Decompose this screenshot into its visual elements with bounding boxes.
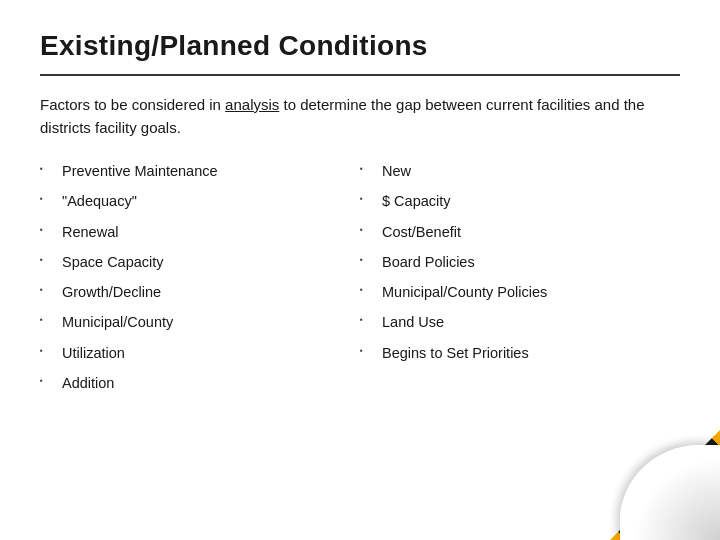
list-item-label: Growth/Decline <box>62 282 161 302</box>
bullet-icon: ▪ <box>360 224 374 235</box>
right-column: ▪ New ▪ $ Capacity ▪ Cost/Benefit ▪ Boar… <box>360 161 680 403</box>
bullet-icon: ▪ <box>40 375 54 386</box>
list-item: ▪ Board Policies <box>360 252 660 272</box>
list-item: ▪ "Adequacy" <box>40 191 340 211</box>
list-item-label: $ Capacity <box>382 191 451 211</box>
bullet-icon: ▪ <box>360 314 374 325</box>
list-item-label: Municipal/County Policies <box>382 282 547 302</box>
slide: Existing/Planned Conditions Factors to b… <box>0 0 720 540</box>
list-item: ▪ $ Capacity <box>360 191 660 211</box>
right-bullet-list: ▪ New ▪ $ Capacity ▪ Cost/Benefit ▪ Boar… <box>360 161 660 363</box>
list-item-label: Renewal <box>62 222 118 242</box>
list-item-label: Board Policies <box>382 252 475 272</box>
list-item: ▪ Space Capacity <box>40 252 340 272</box>
bullet-icon: ▪ <box>360 254 374 265</box>
list-item-label: Addition <box>62 373 114 393</box>
title-divider <box>40 74 680 76</box>
bullet-icon: ▪ <box>40 345 54 356</box>
left-bullet-list: ▪ Preventive Maintenance ▪ "Adequacy" ▪ … <box>40 161 340 393</box>
list-item: ▪ Cost/Benefit <box>360 222 660 242</box>
list-item-label: Preventive Maintenance <box>62 161 218 181</box>
list-item-label: Begins to Set Priorities <box>382 343 529 363</box>
left-column: ▪ Preventive Maintenance ▪ "Adequacy" ▪ … <box>40 161 360 403</box>
intro-underline: analysis <box>225 96 279 113</box>
list-item: ▪ Municipal/County Policies <box>360 282 660 302</box>
bullet-icon: ▪ <box>40 224 54 235</box>
list-item: ▪ Renewal <box>40 222 340 242</box>
list-item-label: Land Use <box>382 312 444 332</box>
page-title: Existing/Planned Conditions <box>40 30 680 62</box>
intro-before: Factors to be considered in <box>40 96 225 113</box>
list-item: ▪ Growth/Decline <box>40 282 340 302</box>
list-item-label: Utilization <box>62 343 125 363</box>
intro-text: Factors to be considered in analysis to … <box>40 94 680 139</box>
corner-decoration <box>600 420 720 540</box>
bullet-icon: ▪ <box>40 254 54 265</box>
list-item: ▪ Begins to Set Priorities <box>360 343 660 363</box>
list-item-label: New <box>382 161 411 181</box>
list-item: ▪ Municipal/County <box>40 312 340 332</box>
bullet-icon: ▪ <box>360 163 374 174</box>
content-columns: ▪ Preventive Maintenance ▪ "Adequacy" ▪ … <box>40 161 680 403</box>
list-item: ▪ New <box>360 161 660 181</box>
page-curl <box>620 445 720 540</box>
list-item-label: Cost/Benefit <box>382 222 461 242</box>
bullet-icon: ▪ <box>40 193 54 204</box>
bullet-icon: ▪ <box>360 345 374 356</box>
bullet-icon: ▪ <box>360 284 374 295</box>
list-item: ▪ Utilization <box>40 343 340 363</box>
bullet-icon: ▪ <box>40 314 54 325</box>
list-item-label: Space Capacity <box>62 252 164 272</box>
bullet-icon: ▪ <box>360 193 374 204</box>
list-item: ▪ Addition <box>40 373 340 393</box>
list-item-label: "Adequacy" <box>62 191 137 211</box>
list-item-label: Municipal/County <box>62 312 173 332</box>
bullet-icon: ▪ <box>40 163 54 174</box>
list-item: ▪ Preventive Maintenance <box>40 161 340 181</box>
bullet-icon: ▪ <box>40 284 54 295</box>
list-item: ▪ Land Use <box>360 312 660 332</box>
